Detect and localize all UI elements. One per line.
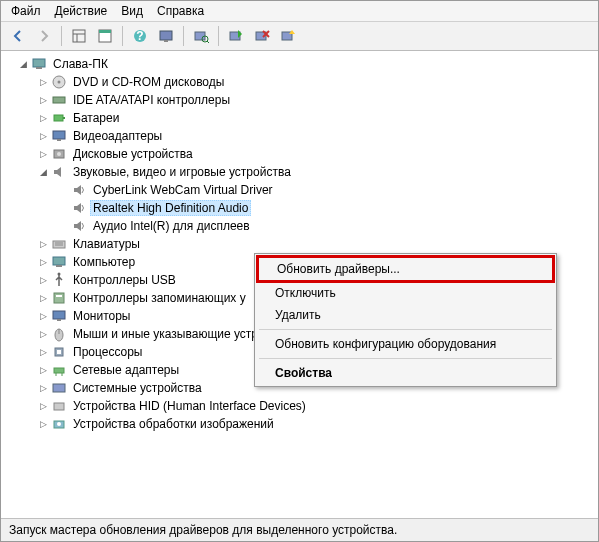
menu-view[interactable]: Вид — [121, 4, 143, 18]
disk-icon — [51, 146, 67, 162]
tree-item-label: Батареи — [70, 110, 122, 126]
cpu-icon — [51, 344, 67, 360]
device-tree[interactable]: ◢ Слава-ПК ▷DVD и CD-ROM дисководы▷IDE A… — [1, 51, 598, 518]
svg-rect-35 — [56, 295, 62, 297]
svg-point-20 — [58, 81, 61, 84]
svg-rect-45 — [53, 384, 65, 392]
svg-rect-22 — [54, 115, 63, 121]
speaker-icon — [71, 218, 87, 234]
expand-icon[interactable]: ▷ — [37, 257, 49, 267]
tree-item[interactable]: ▷IDE ATA/ATAPI контроллеры — [1, 91, 598, 109]
tree-item-label: Компьютер — [70, 254, 138, 270]
cm-disable[interactable]: Отключить — [257, 282, 554, 304]
help-button[interactable]: ? — [129, 25, 151, 47]
expand-icon[interactable]: ▷ — [37, 311, 49, 321]
tree-item-label: DVD и CD-ROM дисководы — [70, 74, 227, 90]
monitor-icon — [51, 308, 67, 324]
expand-icon[interactable]: ▷ — [37, 275, 49, 285]
tree-item[interactable]: Аудио Intel(R) для дисплеев — [1, 217, 598, 235]
expand-icon[interactable]: ▷ — [37, 131, 49, 141]
tree-item[interactable]: ◢Звуковые, видео и игровые устройства — [1, 163, 598, 181]
tree-item-label: Устройства обработки изображений — [70, 416, 277, 432]
expand-icon[interactable]: ▷ — [37, 365, 49, 375]
usb-icon — [51, 272, 67, 288]
expand-icon[interactable]: ▷ — [37, 329, 49, 339]
svg-rect-32 — [56, 265, 62, 267]
menu-file[interactable]: Файл — [11, 4, 41, 18]
svg-rect-18 — [36, 67, 42, 69]
expand-icon[interactable]: ▷ — [37, 149, 49, 159]
forward-button[interactable] — [33, 25, 55, 47]
svg-rect-21 — [53, 97, 65, 103]
tree-item[interactable]: Realtek High Definition Audio — [1, 199, 598, 217]
uninstall-button[interactable] — [251, 25, 273, 47]
tree-item-label: Сетевые адаптеры — [70, 362, 182, 378]
expand-icon[interactable]: ▷ — [37, 293, 49, 303]
svg-rect-23 — [63, 117, 65, 119]
collapse-icon[interactable]: ◢ — [17, 59, 29, 69]
expand-icon[interactable]: ▷ — [37, 419, 49, 429]
svg-rect-0 — [73, 30, 85, 42]
mouse-icon — [51, 326, 67, 342]
svg-rect-31 — [53, 257, 65, 265]
svg-rect-25 — [57, 139, 61, 141]
tree-item[interactable]: ▷Дисковые устройства — [1, 145, 598, 163]
properties-button[interactable] — [94, 25, 116, 47]
tree-root[interactable]: ◢ Слава-ПК — [1, 55, 598, 73]
battery-icon — [51, 110, 67, 126]
tree-item-label: Видеоадаптеры — [70, 128, 165, 144]
network-icon — [51, 362, 67, 378]
expand-icon[interactable]: ▷ — [37, 239, 49, 249]
tree-item-label: IDE ATA/ATAPI контроллеры — [70, 92, 233, 108]
tree-item[interactable]: ▷DVD и CD-ROM дисководы — [1, 73, 598, 91]
toolbar-divider — [218, 26, 219, 46]
toolbar-divider — [61, 26, 62, 46]
view-button[interactable] — [155, 25, 177, 47]
expand-icon[interactable]: ▷ — [37, 113, 49, 123]
expand-icon[interactable]: ▷ — [37, 95, 49, 105]
tree-item[interactable]: ▷Клавиатуры — [1, 235, 598, 253]
cm-delete[interactable]: Удалить — [257, 304, 554, 326]
tree-item[interactable]: ▷Видеоадаптеры — [1, 127, 598, 145]
svg-rect-36 — [53, 311, 65, 319]
cm-update-drivers[interactable]: Обновить драйверы... — [256, 255, 555, 283]
ide-icon — [51, 92, 67, 108]
tree-item-label: Клавиатуры — [70, 236, 143, 252]
update-driver-button[interactable] — [225, 25, 247, 47]
context-menu: Обновить драйверы... Отключить Удалить О… — [254, 253, 557, 387]
sound-icon — [51, 164, 67, 180]
system-icon — [51, 380, 67, 396]
menu-help[interactable]: Справка — [157, 4, 204, 18]
show-hide-tree-button[interactable] — [68, 25, 90, 47]
svg-line-11 — [207, 41, 209, 43]
expand-icon[interactable]: ▷ — [37, 401, 49, 411]
expand-icon[interactable]: ▷ — [37, 77, 49, 87]
disable-button[interactable] — [277, 25, 299, 47]
tree-item-label: Мониторы — [70, 308, 133, 324]
tree-item[interactable]: ▷Устройства обработки изображений — [1, 415, 598, 433]
svg-rect-7 — [160, 31, 172, 40]
display-icon — [51, 128, 67, 144]
menu-action[interactable]: Действие — [55, 4, 108, 18]
back-button[interactable] — [7, 25, 29, 47]
scan-button[interactable] — [190, 25, 212, 47]
cm-refresh-config[interactable]: Обновить конфигурацию оборудования — [257, 333, 554, 355]
svg-text:?: ? — [136, 29, 143, 43]
tree-item-label: Аудио Intel(R) для дисплеев — [90, 218, 253, 234]
imaging-icon — [51, 416, 67, 432]
cm-properties[interactable]: Свойства — [257, 362, 554, 384]
collapse-icon[interactable]: ◢ — [37, 167, 49, 177]
svg-rect-8 — [164, 40, 168, 42]
svg-point-27 — [57, 152, 61, 156]
expand-icon[interactable]: ▷ — [37, 383, 49, 393]
tree-item[interactable]: ▷Устройства HID (Human Interface Devices… — [1, 397, 598, 415]
expand-icon[interactable]: ▷ — [37, 347, 49, 357]
svg-rect-42 — [54, 368, 64, 373]
svg-rect-46 — [54, 403, 64, 410]
speaker-icon — [71, 182, 87, 198]
tree-item[interactable]: CyberLink WebCam Virtual Driver — [1, 181, 598, 199]
tree-item[interactable]: ▷Батареи — [1, 109, 598, 127]
tree-item-label: CyberLink WebCam Virtual Driver — [90, 182, 276, 198]
tree-item-label: Процессоры — [70, 344, 146, 360]
tree-item-label: Realtek High Definition Audio — [90, 200, 251, 216]
